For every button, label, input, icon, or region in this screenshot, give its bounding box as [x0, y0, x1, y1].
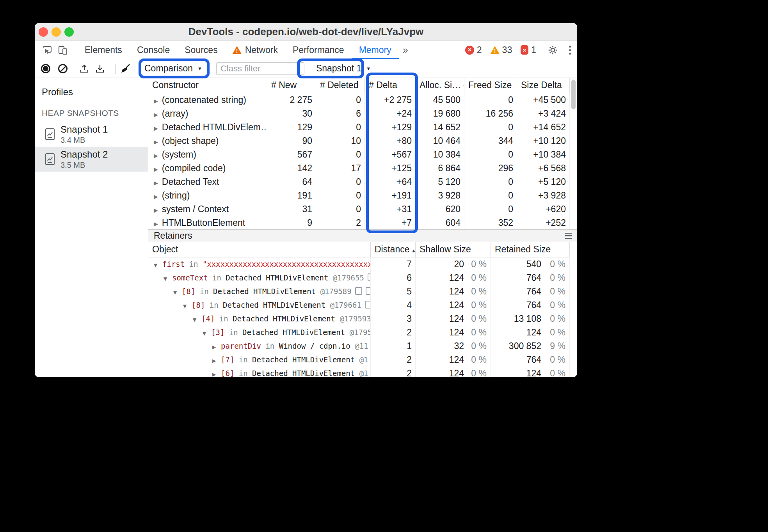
tree-arrow-icon[interactable]: ▼: [164, 272, 170, 285]
column-header-size-delta[interactable]: Size Delta: [517, 78, 570, 93]
sidebar-item-snapshot-2[interactable]: Snapshot 23.5 MB: [35, 147, 148, 172]
tree-arrow-icon[interactable]: ▶: [212, 340, 219, 353]
tab-sources[interactable]: Sources: [177, 41, 225, 59]
error-badge[interactable]: × 2: [465, 45, 482, 55]
kebab-menu-icon[interactable]: [569, 46, 571, 55]
alloc-size-cell: 10 464: [416, 134, 464, 148]
table-row[interactable]: ▶HTMLButtonElement92+7604352+252: [148, 216, 570, 229]
retainer-row[interactable]: ▼[4] in Detached HTMLDivElement @1795933…: [148, 312, 570, 326]
delta-count-cell: +31: [365, 202, 416, 216]
retained-size-cell: 7640 %: [491, 285, 570, 298]
retainer-object-cell: ▼[8] in Detached HTMLDivElement @179661: [148, 298, 371, 312]
retainer-row[interactable]: ▶[6] in Detached HTMLDivElement @121240 …: [148, 367, 570, 377]
disclosure-icon[interactable]: ▶: [154, 180, 158, 186]
tab-label: Elements: [85, 45, 122, 55]
tree-arrow-icon[interactable]: ▼: [154, 259, 160, 271]
load-profile-icon[interactable]: [79, 64, 89, 74]
tree-arrow-icon[interactable]: ▼: [183, 300, 189, 312]
table-row[interactable]: ▶Detached HTMLDivElem…1290+12914 6520+14…: [148, 121, 570, 134]
retainer-row[interactable]: ▶[7] in Detached HTMLDivElement @121240 …: [148, 353, 570, 367]
tab-network[interactable]: !Network: [225, 41, 285, 59]
disclosure-icon[interactable]: ▶: [154, 207, 158, 213]
edge-name: [3]: [211, 328, 224, 337]
table-row[interactable]: ▶(string)1910+1913 9280+3 928: [148, 189, 570, 202]
collect-garbage-icon[interactable]: [120, 63, 131, 74]
issues-badge[interactable]: × 1: [521, 45, 536, 55]
reveal-icon[interactable]: [365, 301, 371, 309]
clear-profiles-button[interactable]: [58, 64, 68, 73]
scrollbar-track[interactable]: [570, 242, 577, 377]
retainer-row[interactable]: ▼someText in Detached HTMLDivElement @17…: [148, 271, 570, 285]
reveal-icon[interactable]: [366, 287, 371, 295]
object-name: Detached HTMLDivElement: [233, 314, 335, 323]
desktop-background: DevTools - codepen.io/web-dot-dev/live/L…: [0, 0, 768, 532]
base-snapshot-select[interactable]: Snapshot 1 ▼: [316, 63, 371, 74]
tab-console[interactable]: Console: [130, 41, 177, 59]
tab-performance[interactable]: Performance: [285, 41, 352, 59]
table-row[interactable]: ▶(system)5670+56710 3840+10 384: [148, 148, 570, 161]
table-row[interactable]: ▶Detached Text640+645 1200+5 120: [148, 175, 570, 189]
window-titlebar[interactable]: DevTools - codepen.io/web-dot-dev/live/L…: [35, 23, 577, 41]
size-delta-cell: +3 424: [517, 107, 570, 121]
tree-arrow-icon[interactable]: ▼: [193, 313, 199, 326]
retainer-row[interactable]: ▼first in "xxxxxxxxxxxxxxxxxxxxxxxxxxxxx…: [148, 257, 570, 271]
disclosure-icon[interactable]: ▶: [154, 139, 158, 145]
sidebar-item-snapshot-1[interactable]: Snapshot 13.4 MB: [35, 122, 148, 147]
disclosure-icon[interactable]: ▶: [154, 153, 158, 159]
tree-arrow-icon[interactable]: ▼: [173, 286, 180, 298]
column-header-freed-size[interactable]: Freed Size: [464, 78, 517, 93]
retainer-row[interactable]: ▼[3] in Detached HTMLDivElement @1795212…: [148, 326, 570, 339]
tree-arrow-icon[interactable]: ▶: [212, 368, 219, 377]
object-name: Window / cdpn.io: [279, 342, 350, 350]
tree-arrow-icon[interactable]: ▼: [203, 327, 209, 339]
table-row[interactable]: ▶(array)306+2419 68016 256+3 424: [148, 107, 570, 121]
chevron-down-icon: ▼: [197, 66, 202, 71]
gear-icon[interactable]: [545, 45, 560, 55]
tab-memory[interactable]: Memory: [352, 41, 399, 59]
table-row[interactable]: ▶(compiled code)14217+1256 864296+6 568: [148, 161, 570, 175]
retainers-menu-icon[interactable]: [565, 233, 572, 239]
disclosure-icon[interactable]: ▶: [154, 193, 158, 200]
class-filter-input[interactable]: [216, 62, 304, 75]
column-header-shallow-size[interactable]: Shallow Size: [416, 242, 491, 257]
disclosure-icon[interactable]: ▶: [154, 112, 158, 118]
edge-name: [8]: [192, 301, 205, 309]
save-profile-icon[interactable]: [95, 64, 105, 74]
table-row[interactable]: ▶(concatenated string)2 2750+2 27545 500…: [148, 93, 570, 107]
column-header-object[interactable]: Object: [148, 242, 371, 257]
deleted-count-cell: 0: [316, 148, 365, 161]
tab-label: Performance: [293, 45, 344, 55]
disclosure-icon[interactable]: ▶: [154, 125, 158, 131]
heap-snapshots-section-label: HEAP SNAPSHOTS: [42, 108, 148, 118]
tree-arrow-icon[interactable]: ▶: [212, 354, 219, 367]
disclosure-icon[interactable]: ▶: [154, 98, 158, 104]
column-header-deleted[interactable]: # Deleted: [316, 78, 365, 93]
column-header-new[interactable]: # New: [267, 78, 316, 93]
column-header-constructor[interactable]: Constructor: [148, 78, 267, 93]
new-count-cell: 9: [267, 216, 316, 229]
reveal-icon[interactable]: [368, 273, 371, 281]
edge-name: parentDiv: [221, 342, 261, 350]
perspective-select[interactable]: Comparison ▼: [144, 63, 202, 74]
record-heap-snapshot-button[interactable]: [41, 64, 50, 73]
scrollbar-track[interactable]: [570, 78, 577, 229]
column-header-distance[interactable]: Distance▲: [371, 242, 416, 257]
retainer-row[interactable]: ▼[8] in Detached HTMLDivElement @1795895…: [148, 285, 570, 298]
table-row[interactable]: ▶system / Context310+316200+620: [148, 202, 570, 216]
scrollbar-thumb[interactable]: [571, 80, 576, 109]
retainer-row[interactable]: ▼[8] in Detached HTMLDivElement @1796614…: [148, 298, 570, 312]
inspect-element-icon[interactable]: [39, 41, 55, 59]
column-header-delta[interactable]: # Delta: [365, 78, 416, 93]
warning-badge[interactable]: ! 33: [491, 45, 512, 55]
more-tabs-icon[interactable]: »: [399, 41, 412, 59]
table-row[interactable]: ▶(object shape)9010+8010 464344+10 120: [148, 134, 570, 148]
retainer-row[interactable]: ▶parentDiv in Window / cdpn.io @111320 %…: [148, 339, 570, 353]
distance-cell: 1: [371, 339, 416, 353]
device-toolbar-icon[interactable]: [55, 41, 71, 59]
disclosure-icon[interactable]: ▶: [154, 166, 158, 172]
reveal-icon[interactable]: [355, 287, 362, 295]
disclosure-icon[interactable]: ▶: [154, 221, 158, 227]
column-header-retained-size[interactable]: Retained Size: [491, 242, 570, 257]
column-header-alloc-size[interactable]: Alloc. Si…▼: [416, 78, 464, 93]
tab-elements[interactable]: Elements: [77, 41, 130, 59]
